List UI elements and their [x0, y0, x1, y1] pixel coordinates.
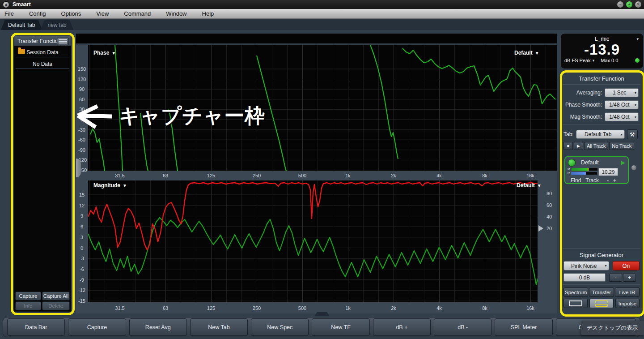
axis-tick-label: 2k [391, 305, 396, 311]
new-spec-button[interactable]: New Spec [251, 318, 309, 336]
level-plus-button[interactable]: + [623, 274, 636, 282]
track-plus-button[interactable]: + [613, 177, 616, 184]
data-bar-button[interactable]: Data Bar [7, 318, 65, 336]
axis-tick-label: 60 [79, 97, 85, 102]
track-active-led-icon [568, 159, 576, 167]
tab-new[interactable]: new tab [41, 20, 74, 30]
averaging-label: Averaging: [576, 90, 602, 96]
impulse-button[interactable]: Impulse [615, 299, 640, 308]
info-button[interactable]: Info [15, 301, 41, 310]
menu-view[interactable]: View [89, 9, 116, 18]
magnitude-curve-selector[interactable]: Default ▼ [517, 182, 542, 189]
meter-channel-selector[interactable]: L_mic [595, 36, 609, 42]
track-play-icon[interactable]: ▶ [621, 159, 625, 166]
hamburger-menu-icon[interactable] [57, 38, 69, 45]
m-level-meter [572, 168, 597, 171]
signal-led-icon [635, 58, 640, 63]
tab-default[interactable]: Default Tab [1, 20, 42, 30]
magnitude-type-selector[interactable]: Magnitude ▼ [93, 182, 127, 189]
spectrum-mode-button[interactable]: Spectrum [564, 288, 588, 297]
new-tf-button[interactable]: New TF [312, 318, 369, 336]
axis-tick-label: 63 [163, 305, 168, 311]
axis-tick-label: -30 [78, 127, 85, 133]
bottom-pane-grabber[interactable] [315, 312, 329, 316]
track-button[interactable]: Track [585, 177, 599, 184]
window-title: Smaart [13, 1, 31, 8]
caret-down-icon: ▼ [537, 183, 542, 188]
generator-source-dropdown[interactable]: Pink Noise ▾ [564, 261, 609, 270]
session-data-tree: Session Data No Data [14, 46, 71, 291]
play-button[interactable]: ▶ [574, 142, 583, 150]
menu-config[interactable]: Config [21, 9, 54, 18]
axis-tick-label: -90 [78, 147, 85, 153]
menu-window[interactable]: Window [158, 9, 194, 18]
no-track-button[interactable]: No Track [609, 142, 634, 150]
split-pane-view-button[interactable] [589, 299, 614, 308]
tab-select-dropdown[interactable]: Default Tab ▾ [576, 130, 625, 139]
phase-trace [115, 45, 123, 171]
menu-help[interactable]: Help [195, 9, 222, 18]
phase-curve-selector[interactable]: Default ▼ [514, 50, 539, 56]
live-ir-mode-button[interactable]: Live IR [615, 288, 640, 297]
caret-down-icon: ▼ [535, 51, 539, 56]
pane-divider-handle[interactable] [76, 159, 81, 177]
axis-tick-label: 4k [436, 173, 442, 178]
caret-down-icon: ▼ [111, 51, 116, 56]
mag-smooth-dropdown[interactable]: 1/48 Oct ▾ [605, 112, 639, 121]
axis-tick-label: 40 [547, 214, 552, 219]
track-minus-button[interactable]: - [607, 177, 609, 184]
spl-meter-button[interactable]: SPL Meter [495, 318, 552, 336]
menu-options[interactable]: Options [54, 9, 89, 18]
db-minus-button[interactable]: dB - [434, 318, 491, 336]
axis-tick-label: 20 [547, 226, 552, 231]
magnitude-type-label: Magnitude [93, 182, 120, 189]
folder-icon [18, 49, 25, 54]
all-track-button[interactable]: All Track [584, 142, 608, 150]
delete-button[interactable]: Delete [42, 301, 70, 310]
grid-and-traces [88, 45, 557, 171]
track-delay-value[interactable]: 10.29 [598, 168, 618, 176]
axis-tick-label: 150 [78, 66, 86, 72]
generator-source-value: Pink Noise [571, 263, 597, 269]
phase-type-selector[interactable]: Phase ▼ [93, 50, 116, 56]
averaging-dropdown[interactable]: 1 Sec ▾ [605, 88, 639, 97]
caret-down-icon: ▼ [123, 183, 127, 188]
phase-smooth-dropdown[interactable]: 1/48 Oct ▾ [605, 100, 639, 109]
db-plus-button[interactable]: dB + [373, 318, 431, 336]
stop-button[interactable]: ■ [564, 142, 573, 150]
tab-select-label: Tab: [564, 131, 574, 137]
tree-item-no-data[interactable]: No Data [16, 59, 69, 69]
tree-item-session-data[interactable]: Session Data [16, 47, 69, 57]
capture-button[interactable]: Capture [15, 292, 41, 300]
track-status-led-icon [631, 165, 636, 170]
capture-all-button[interactable]: Capture All [42, 292, 70, 300]
new-tab-button[interactable]: New Tab [190, 318, 248, 336]
coherence-cursor-icon[interactable] [538, 225, 543, 232]
minimize-button[interactable]: − [617, 1, 623, 8]
signal-generator-title: Signal Generator [563, 249, 640, 261]
capture-toolbar-button[interactable]: Capture [68, 318, 126, 336]
generator-level-value[interactable]: 0 dB [564, 273, 606, 282]
generator-on-button[interactable]: On [613, 261, 640, 270]
reset-avg-button[interactable]: Reset Avg [129, 318, 187, 336]
axis-tick-label: 80 [547, 191, 552, 196]
find-button[interactable]: Find [571, 177, 581, 184]
menu-command[interactable]: Command [116, 9, 158, 18]
zoom-button[interactable]: + [626, 1, 632, 8]
menu-bar: File Config Options View Command Window … [0, 9, 644, 19]
split-pane-icon [595, 300, 608, 303]
axis-tick-label: 1k [345, 173, 351, 178]
close-button[interactable]: × [635, 1, 641, 8]
level-minus-button[interactable]: - [609, 274, 622, 282]
axis-tick-label: 8k [482, 173, 487, 178]
tab-settings-wrench-icon[interactable]: ⚒ [627, 129, 638, 139]
tab-bar: Default Tab new tab [0, 19, 644, 30]
transfer-mode-button[interactable]: Transfer [589, 288, 614, 297]
meter-scale-selector[interactable]: dB FS Peak [564, 58, 591, 63]
session-data-panel: Transfer Function Session Data No Data C… [14, 36, 71, 312]
menu-file[interactable]: File [0, 9, 21, 18]
axis-tick-label: 1k [345, 305, 351, 311]
single-pane-view-button[interactable] [564, 299, 588, 308]
mag-smooth-label: Mag Smooth: [570, 114, 602, 120]
axis-tick-label: 0 [80, 245, 83, 251]
